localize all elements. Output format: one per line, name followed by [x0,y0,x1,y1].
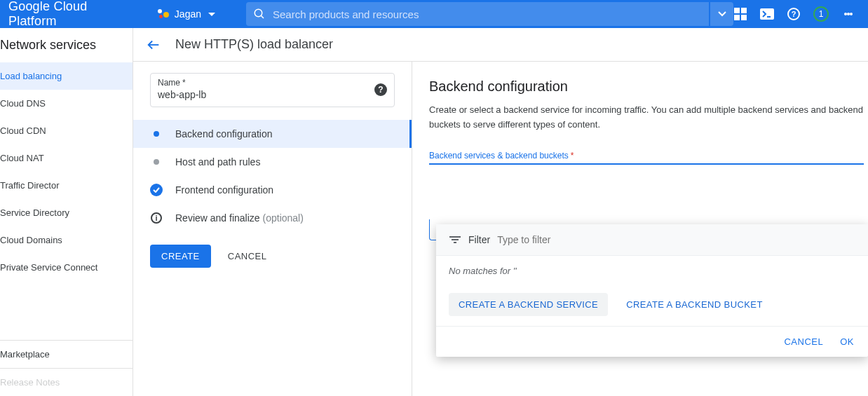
step-host-path-rules[interactable]: Host and path rules [133,148,412,176]
create-backend-bucket-button[interactable]: CREATE A BACKEND BUCKET [623,293,766,316]
search-dropdown-toggle[interactable] [710,2,733,26]
step-review-finalize[interactable]: i Review and finalize (optional) [133,204,412,232]
sidebar-title: Network services [0,28,133,62]
svg-rect-2 [734,8,740,13]
check-circle-icon [150,184,163,196]
back-arrow-icon[interactable] [146,37,161,53]
page-title: New HTTP(S) load balancer [175,37,333,52]
backend-config-desc: Create or select a backend service for i… [429,103,864,132]
page-header: New HTTP(S) load balancer [133,28,868,62]
bullet-active-icon [154,131,159,137]
sidebar-item-cloud-cdn[interactable]: Cloud CDN [0,117,133,144]
search-box[interactable] [246,2,709,26]
svg-rect-5 [741,15,747,20]
cancel-button[interactable]: CANCEL [228,251,267,261]
name-input[interactable] [158,89,366,100]
notifications-badge[interactable]: 1 [813,6,829,22]
project-selector[interactable]: Jagan [152,8,221,20]
svg-rect-4 [734,15,740,20]
wizard-steps: Backend configuration Host and path rule… [133,120,412,232]
svg-line-1 [261,15,264,18]
chevron-down-icon [208,13,215,16]
bullet-pending-icon [154,159,159,165]
sidebar: Network services Load balancing Cloud DN… [0,28,133,396]
sidebar-item-release-notes[interactable]: Release Notes [0,369,133,396]
gift-icon[interactable] [733,7,747,21]
search-icon [246,8,273,20]
search-input[interactable] [273,8,709,20]
panel-cancel-button[interactable]: CANCEL [784,336,823,347]
create-button[interactable]: CREATE [150,245,211,268]
sidebar-item-private-service-connect[interactable]: Private Service Connect [0,254,133,281]
cloud-shell-icon[interactable] [760,7,774,21]
sidebar-item-cloud-dns[interactable]: Cloud DNS [0,90,133,117]
project-icon [158,8,170,20]
help-icon[interactable]: ? [374,83,387,96]
backend-config-pane: Backend configuration Create or select a… [412,62,868,396]
svg-text:?: ? [792,10,796,18]
help-icon[interactable]: ? [787,7,801,21]
sidebar-item-traffic-director[interactable]: Traffic Director [0,172,133,199]
no-matches-text: No matches for '' [436,256,868,286]
name-field[interactable]: Name* ? [150,73,395,107]
svg-point-0 [255,9,262,17]
svg-rect-3 [741,8,747,13]
sidebar-item-cloud-nat[interactable]: Cloud NAT [0,144,133,172]
panel-ok-button[interactable]: OK [840,336,854,347]
svg-rect-6 [760,8,774,20]
filter-input[interactable] [497,234,620,245]
sidebar-item-marketplace[interactable]: Marketplace [0,341,133,368]
backend-dropdown-underline [429,163,864,165]
step-frontend-configuration[interactable]: Frontend configuration [133,176,412,204]
sidebar-item-service-directory[interactable]: Service Directory [0,199,133,226]
project-name: Jagan [175,8,201,20]
top-app-bar: Google Cloud Platform Jagan ? 1 [0,0,868,28]
filter-row[interactable]: Filter [436,224,868,256]
gcp-logo: Google Cloud Platform [8,0,135,29]
wizard-left-pane: Name* ? Backend configuration Host and p… [133,62,412,396]
name-label: Name* [158,78,366,88]
backend-config-title: Backend configuration [429,78,868,95]
filter-icon [449,236,461,243]
sidebar-item-load-balancing[interactable]: Load balancing [0,62,133,90]
more-menu-icon[interactable] [841,7,855,21]
top-icon-bar: ? 1 [733,6,862,22]
info-circle-icon: i [151,212,162,224]
backend-dropdown-panel: Filter No matches for '' CREATE A BACKEN… [436,224,868,357]
filter-label: Filter [468,234,490,245]
step-backend-configuration[interactable]: Backend configuration [133,120,412,148]
sidebar-item-cloud-domains[interactable]: Cloud Domains [0,226,133,254]
backend-dropdown-label: Backend services & backend buckets* [429,151,868,161]
create-backend-service-button[interactable]: CREATE A BACKEND SERVICE [449,293,608,316]
